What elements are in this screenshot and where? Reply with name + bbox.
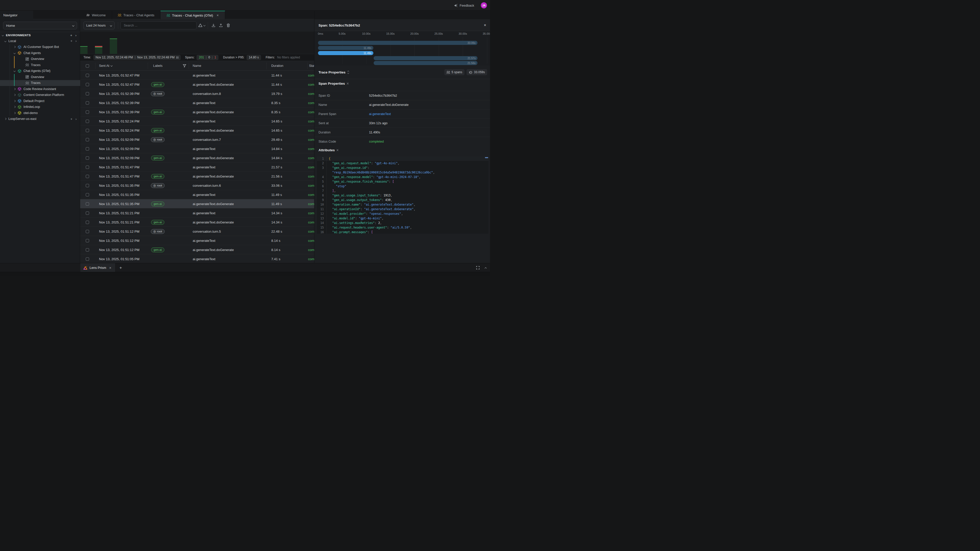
fullscreen-icon[interactable]	[476, 266, 480, 270]
table-row[interactable]: Nov 13, 2025, 01:51:35 PM◎rootconversati…	[80, 181, 314, 190]
time-range-chip[interactable]: Nov 12, 2025, 02:24:48 PM | Nov 13, 2025…	[94, 55, 181, 60]
sidebar-item-traces[interactable]: Traces	[0, 80, 80, 86]
time-range-select[interactable]: Last 24 hours	[83, 21, 115, 29]
row-checkbox[interactable]	[86, 117, 89, 126]
table-row[interactable]: Nov 13, 2025, 01:52:39 PM◎rootconversati…	[80, 89, 314, 98]
sidebar-item-loopserver-us-east[interactable]: LoopServer-us-east+›	[0, 116, 80, 122]
open-icon[interactable]: ›	[75, 33, 76, 37]
trash-icon[interactable]	[226, 23, 231, 27]
table-row[interactable]: Nov 13, 2025, 01:52:24 PMai.generateText…	[80, 117, 314, 126]
table-row[interactable]: Nov 13, 2025, 01:51:35 PMai.generateText…	[80, 190, 314, 199]
sidebar-item-overview[interactable]: Overview	[0, 74, 80, 80]
table-row[interactable]: Nov 13, 2025, 01:51:05 PMai.generateText…	[80, 254, 314, 263]
sidebar-item-infiniteloop[interactable]: InfiniteLoop	[0, 104, 80, 110]
table-row[interactable]: Nov 13, 2025, 01:52:47 PMai.generateText…	[80, 71, 314, 80]
prism-filter-icon[interactable]	[198, 23, 203, 27]
row-checkbox[interactable]	[86, 162, 89, 171]
table-row[interactable]: Nov 13, 2025, 01:52:09 PMai.generateText…	[80, 144, 314, 153]
select-all-checkbox[interactable]	[86, 61, 89, 71]
table-row[interactable]: Nov 13, 2025, 01:52:39 PMai.generateText…	[80, 98, 314, 107]
close-icon[interactable]: ×	[484, 23, 486, 27]
table-row[interactable]: Nov 13, 2025, 01:52:24 PMgen-aiai.genera…	[80, 126, 314, 135]
sidebar-item-otel-demo[interactable]: otel-demo	[0, 110, 80, 116]
row-checkbox[interactable]	[86, 107, 89, 117]
close-icon[interactable]: ×	[217, 13, 219, 17]
spans-count-chip[interactable]: 201 | 0 | 1	[197, 55, 218, 60]
download-icon[interactable]	[211, 23, 216, 27]
upload-icon[interactable]	[219, 23, 223, 27]
table-row[interactable]: Nov 13, 2025, 01:52:47 PMgen-aiai.genera…	[80, 80, 314, 89]
row-checkbox[interactable]	[86, 171, 89, 181]
sidebar-item-local[interactable]: Local+›	[0, 38, 80, 44]
add-icon[interactable]: +	[70, 39, 73, 43]
table-row[interactable]: Nov 13, 2025, 01:51:21 PMai.generateText…	[80, 208, 314, 218]
feedback-button[interactable]: Feedback	[454, 0, 474, 11]
avatar[interactable]: JA	[481, 2, 487, 8]
expand-icon[interactable]	[348, 71, 349, 74]
row-checkbox[interactable]	[86, 218, 89, 227]
chevron-down-icon[interactable]	[204, 24, 205, 26]
open-icon[interactable]: ›	[76, 117, 76, 121]
collapse-panel-icon[interactable]	[485, 267, 487, 269]
row-checkbox[interactable]	[86, 144, 89, 153]
sidebar-item-chat-agents-otel[interactable]: Chat Agents (OTel)	[0, 68, 80, 74]
row-checkbox[interactable]	[86, 190, 89, 199]
span-bar[interactable]: 11.49s	[318, 46, 373, 50]
sidebar-item-ai-customer-support-bot[interactable]: AI Customer Support Bot	[0, 44, 80, 50]
lens-prism-tab[interactable]: Lens Prism ×	[80, 263, 116, 272]
column-duration[interactable]: Duration	[271, 61, 283, 71]
tab-traces-chat-agents-otel[interactable]: Traces - Chat Agents (OTel)×	[161, 11, 225, 19]
table-row[interactable]: Nov 13, 2025, 01:51:21 PMgen-aiai.genera…	[80, 218, 314, 227]
span-bar[interactable]: 11.49s	[318, 51, 373, 55]
column-sent-at[interactable]: Sent At	[99, 61, 112, 71]
tab-welcome[interactable]: Welcome	[80, 11, 112, 19]
row-checkbox[interactable]	[86, 153, 89, 162]
row-checkbox[interactable]	[86, 245, 89, 254]
collapse-icon[interactable]	[337, 149, 338, 151]
row-checkbox[interactable]	[86, 71, 89, 80]
add-icon[interactable]: +	[70, 117, 73, 121]
row-checkbox[interactable]	[86, 199, 89, 208]
search-input[interactable]	[121, 21, 197, 29]
row-checkbox[interactable]	[86, 98, 89, 107]
sidebar-item-chat-agents[interactable]: Chat Agents	[0, 50, 80, 56]
add-tab-button[interactable]: +	[119, 263, 122, 272]
workspace-select[interactable]: Home	[3, 22, 77, 29]
row-checkbox[interactable]	[86, 236, 89, 245]
table-row[interactable]: Nov 13, 2025, 01:51:12 PMgen-aiai.genera…	[80, 245, 314, 254]
column-labels[interactable]: Labels	[153, 61, 162, 71]
column-name[interactable]: Name	[192, 61, 201, 71]
table-row[interactable]: Nov 13, 2025, 01:51:12 PM◎rootconversati…	[80, 227, 314, 236]
table-row[interactable]: Nov 13, 2025, 01:51:35 PMgen-aiai.genera…	[80, 199, 314, 208]
open-icon[interactable]: ›	[76, 39, 76, 43]
table-row[interactable]: Nov 13, 2025, 01:52:09 PMgen-aiai.genera…	[80, 153, 314, 162]
row-checkbox[interactable]	[86, 254, 89, 263]
sidebar-item-environments[interactable]: ENVIRONMENTS+›	[0, 32, 80, 38]
row-checkbox[interactable]	[86, 80, 89, 89]
table-row[interactable]: Nov 13, 2025, 01:51:47 PMgen-aiai.genera…	[80, 171, 314, 181]
sidebar-item-overview[interactable]: Overview	[0, 56, 80, 62]
table-row[interactable]: Nov 13, 2025, 01:51:12 PMai.generateText…	[80, 236, 314, 245]
sidebar-item-content-generation-platform[interactable]: Content Generation Platform	[0, 92, 80, 98]
attributes-json-editor[interactable]: 1{2 "gen_ai.request.model": "gpt-4o-mini…	[317, 156, 488, 233]
add-icon[interactable]: +	[70, 33, 72, 37]
span-bar[interactable]: 21.57s	[374, 56, 478, 60]
row-checkbox[interactable]	[86, 208, 89, 218]
navigator-tab[interactable]: Navigator	[0, 11, 33, 19]
p95-chip[interactable]: 14.80 s	[247, 55, 261, 60]
span-bar[interactable]: 21.56s	[374, 61, 478, 65]
row-checkbox[interactable]	[86, 135, 89, 144]
table-row[interactable]: Nov 13, 2025, 01:51:47 PMai.generateText…	[80, 162, 314, 171]
pause-icon[interactable]	[177, 56, 178, 59]
property-value[interactable]: ai.generateText	[369, 110, 391, 119]
sidebar-item-default-project[interactable]: Default Project	[0, 98, 80, 104]
tab-traces-chat-agents[interactable]: Traces - Chat Agents	[112, 11, 161, 19]
sidebar-item-code-review-assistant[interactable]: Code Review Assistant	[0, 86, 80, 92]
close-icon[interactable]: ×	[109, 266, 111, 270]
sidebar-item-traces[interactable]: Traces	[0, 62, 80, 68]
filter-funnel-icon[interactable]	[183, 61, 186, 71]
collapse-icon[interactable]	[347, 82, 348, 85]
row-checkbox[interactable]	[86, 89, 89, 98]
column-status[interactable]: Status	[309, 61, 314, 71]
row-checkbox[interactable]	[86, 126, 89, 135]
